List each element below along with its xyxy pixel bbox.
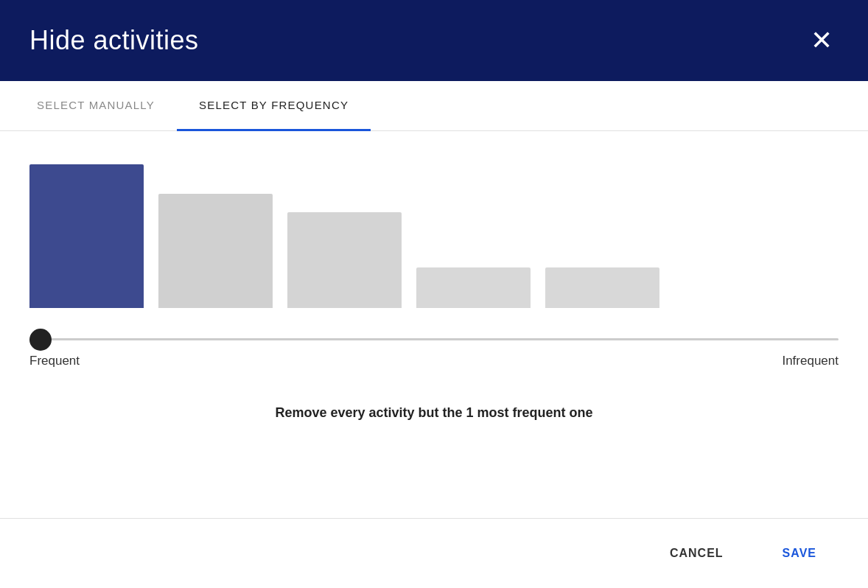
save-button[interactable]: SAVE (760, 536, 839, 570)
chart-bar-4 (416, 267, 531, 308)
tab-select-by-frequency[interactable]: SELECT BY FREQUENCY (177, 81, 371, 131)
cancel-button[interactable]: CANCEL (648, 536, 746, 570)
frequency-slider-section: Frequent Infrequent (29, 330, 839, 368)
close-button[interactable]: ✕ (805, 21, 839, 60)
close-icon: ✕ (811, 27, 833, 54)
hide-activities-dialog: Hide activities ✕ SELECT MANUALLY SELECT… (0, 0, 868, 588)
frequency-chart (29, 153, 839, 315)
tab-select-manually[interactable]: SELECT MANUALLY (15, 81, 177, 131)
chart-bar-3 (287, 212, 402, 308)
description-text: Remove every activity but the 1 most fre… (29, 405, 839, 421)
chart-bar-2 (158, 194, 273, 308)
slider-label-frequent: Frequent (29, 354, 80, 368)
frequency-slider[interactable] (29, 338, 839, 340)
dialog-title: Hide activities (29, 25, 199, 56)
description-section: Remove every activity but the 1 most fre… (29, 391, 839, 435)
dialog-content: Frequent Infrequent Remove every activit… (0, 131, 868, 518)
chart-bar-1 (29, 164, 144, 308)
chart-bar-5 (545, 267, 659, 308)
dialog-header: Hide activities ✕ (0, 0, 868, 81)
slider-labels: Frequent Infrequent (29, 354, 839, 368)
dialog-footer: CANCEL SAVE (0, 518, 868, 588)
tabs-container: SELECT MANUALLY SELECT BY FREQUENCY (0, 81, 868, 131)
slider-label-infrequent: Infrequent (782, 354, 839, 368)
